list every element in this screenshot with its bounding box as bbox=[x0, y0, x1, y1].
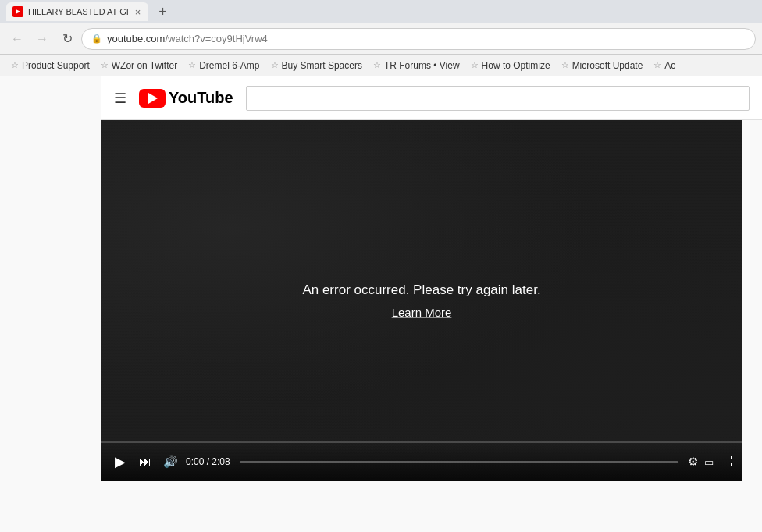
forward-button[interactable]: → bbox=[31, 28, 53, 50]
new-tab-button[interactable]: + bbox=[151, 2, 173, 21]
bookmark-star-icon: ☆ bbox=[653, 60, 661, 70]
bookmark-label: Buy Smart Spacers bbox=[282, 60, 362, 71]
bookmark-star-icon: ☆ bbox=[561, 60, 569, 70]
bookmark-product-support[interactable]: ☆ Product Support bbox=[6, 59, 94, 73]
theater-mode-button[interactable]: ▭ bbox=[704, 456, 714, 468]
video-controls: ▶ ⏭ 🔊 0:00 / 2:08 ⚙ ▭ ⛶ bbox=[101, 443, 742, 481]
bookmark-label: TR Forums • View bbox=[384, 60, 460, 71]
bookmark-star-icon: ☆ bbox=[188, 60, 196, 70]
address-bar[interactable]: 🔒 youtube.com/watch?v=coy9tHjVrw4 bbox=[81, 28, 756, 50]
lock-icon: 🔒 bbox=[91, 34, 102, 44]
bookmark-tr-forums[interactable]: ☆ TR Forums • View bbox=[369, 59, 465, 73]
reload-button[interactable]: ↻ bbox=[56, 28, 78, 50]
bookmark-label: Product Support bbox=[22, 60, 90, 71]
back-button[interactable]: ← bbox=[6, 28, 28, 50]
youtube-play-icon bbox=[148, 93, 158, 104]
page-content: ☰ YouTube An error occurred. Please try … bbox=[0, 76, 762, 532]
video-error-overlay: An error occurred. Please try again late… bbox=[302, 282, 540, 319]
bookmark-label: Ac bbox=[664, 60, 675, 71]
bookmark-star-icon: ☆ bbox=[271, 60, 279, 70]
youtube-header: ☰ YouTube bbox=[101, 76, 762, 120]
main-content: ☰ YouTube An error occurred. Please try … bbox=[101, 76, 762, 532]
bookmark-how-to-optimize[interactable]: ☆ How to Optimize bbox=[466, 59, 555, 73]
time-display: 0:00 / 2:08 bbox=[186, 456, 230, 467]
search-input[interactable] bbox=[246, 86, 750, 111]
tab-title: HILLARY BLASTED AT GI bbox=[28, 7, 129, 16]
bookmark-label: Dremel 6-Amp bbox=[199, 60, 259, 71]
url-display: youtube.com/watch?v=coy9tHjVrw4 bbox=[107, 33, 268, 44]
bookmark-label: Microsoft Update bbox=[572, 60, 643, 71]
skip-button[interactable]: ⏭ bbox=[136, 455, 155, 469]
play-button[interactable]: ▶ bbox=[111, 453, 130, 470]
url-path: /watch?v=coy9tHjVrw4 bbox=[165, 33, 267, 44]
bookmark-buy-smart[interactable]: ☆ Buy Smart Spacers bbox=[266, 59, 367, 73]
bookmark-label: How to Optimize bbox=[482, 60, 550, 71]
youtube-logo-text: YouTube bbox=[169, 89, 233, 107]
progress-bar[interactable] bbox=[240, 461, 678, 463]
navigation-bar: ← → ↻ 🔒 youtube.com/watch?v=coy9tHjVrw4 bbox=[0, 23, 762, 55]
bookmark-ac[interactable]: ☆ Ac bbox=[649, 59, 680, 73]
title-bar: ▶ HILLARY BLASTED AT GI × + bbox=[0, 0, 762, 23]
fullscreen-button[interactable]: ⛶ bbox=[720, 455, 732, 469]
video-area: An error occurred. Please try again late… bbox=[101, 120, 762, 532]
tab-favicon: ▶ bbox=[12, 6, 23, 17]
video-player[interactable]: An error occurred. Please try again late… bbox=[101, 120, 742, 481]
settings-button[interactable]: ⚙ bbox=[688, 455, 698, 469]
learn-more-link[interactable]: Learn More bbox=[302, 306, 540, 319]
bookmark-dremel[interactable]: ☆ Dremel 6-Amp bbox=[183, 59, 264, 73]
bookmark-ms-update[interactable]: ☆ Microsoft Update bbox=[557, 59, 648, 73]
volume-button[interactable]: 🔊 bbox=[161, 455, 180, 469]
bookmark-star-icon: ☆ bbox=[373, 60, 381, 70]
tab-close-button[interactable]: × bbox=[134, 6, 143, 18]
bookmark-star-icon: ☆ bbox=[471, 60, 479, 70]
bookmark-star-icon: ☆ bbox=[11, 60, 19, 70]
bookmark-wzor-twitter[interactable]: ☆ WZor on Twitter bbox=[96, 59, 182, 73]
bookmark-label: WZor on Twitter bbox=[112, 60, 177, 71]
left-sidebar bbox=[0, 76, 101, 532]
controls-right: ⚙ ▭ ⛶ bbox=[688, 455, 732, 469]
url-base: youtube.com bbox=[107, 33, 165, 44]
youtube-logo[interactable]: YouTube bbox=[139, 89, 233, 108]
youtube-logo-icon bbox=[139, 89, 166, 108]
bookmark-star-icon: ☆ bbox=[101, 60, 109, 70]
hamburger-menu-button[interactable]: ☰ bbox=[114, 90, 126, 107]
bookmarks-bar: ☆ Product Support ☆ WZor on Twitter ☆ Dr… bbox=[0, 55, 762, 76]
active-tab[interactable]: ▶ HILLARY BLASTED AT GI × bbox=[6, 2, 148, 21]
error-message: An error occurred. Please try again late… bbox=[302, 282, 540, 298]
